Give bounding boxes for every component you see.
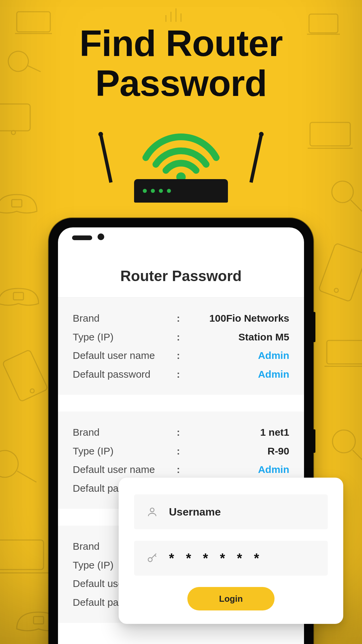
svg-rect-18 [0, 540, 44, 570]
svg-line-11 [351, 200, 362, 211]
svg-point-15 [29, 388, 35, 393]
value-brand: 100Fio Networks [183, 309, 289, 328]
svg-point-29 [148, 558, 152, 562]
svg-rect-13 [13, 292, 23, 300]
svg-point-10 [332, 181, 353, 203]
svg-rect-12 [12, 200, 22, 207]
label-type: Type (IP) [73, 442, 173, 461]
svg-point-28 [150, 508, 154, 512]
password-input[interactable]: * * * * * * [134, 541, 328, 576]
svg-rect-21 [327, 340, 362, 364]
svg-line-24 [353, 450, 362, 463]
screen-title: Router Password [58, 254, 304, 298]
user-icon [145, 506, 159, 518]
login-button-label: Login [219, 594, 243, 604]
value-type: Station M5 [183, 328, 289, 346]
svg-line-17 [17, 467, 37, 486]
login-popup: Username * * * * * * Login [119, 478, 343, 624]
wifi-icon [134, 117, 228, 181]
svg-rect-25 [318, 243, 362, 302]
label-pass: Default password [73, 365, 173, 384]
value-user: Admin [183, 346, 289, 365]
label-brand: Brand [73, 309, 173, 328]
svg-point-26 [334, 288, 339, 293]
router-illustration [111, 117, 251, 203]
svg-point-16 [0, 447, 21, 480]
label-brand: Brand [73, 423, 173, 442]
login-button[interactable]: Login [187, 587, 275, 610]
hero-line-2: Password [0, 63, 362, 103]
label-type: Type (IP) [73, 328, 173, 346]
value-user: Admin [183, 460, 289, 479]
value-brand: 1 net1 [183, 423, 289, 442]
svg-rect-8 [310, 122, 350, 146]
username-placeholder: Username [169, 506, 221, 518]
svg-rect-14 [2, 350, 48, 402]
hero-title: Find Router Password [0, 23, 362, 103]
svg-rect-20 [34, 616, 44, 624]
username-input[interactable]: Username [134, 494, 328, 529]
label-user: Default user name [73, 460, 173, 479]
hero-line-1: Find Router [0, 23, 362, 63]
svg-point-7 [11, 130, 15, 135]
svg-rect-6 [0, 104, 30, 131]
password-mask: * * * * * * [169, 551, 263, 566]
svg-point-23 [333, 430, 355, 453]
router-entry[interactable]: Brand:100Fio Networks Type (IP):Station … [58, 298, 304, 395]
label-user: Default user name [73, 346, 173, 365]
value-type: R-90 [183, 442, 289, 461]
router-body [134, 179, 228, 203]
value-pass: Admin [183, 365, 289, 384]
key-icon [145, 552, 159, 564]
